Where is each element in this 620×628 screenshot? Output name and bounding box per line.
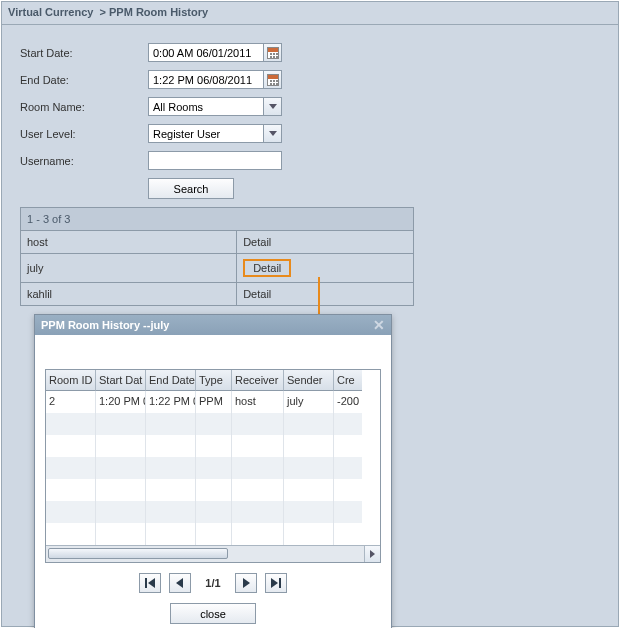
username-label: Username: [20, 155, 148, 167]
calendar-icon [267, 47, 279, 59]
detail-link[interactable]: Detail [243, 288, 271, 300]
user-level-dropdown-button[interactable] [263, 124, 282, 143]
window-frame: Virtual Currency > PPM Room History Star… [1, 1, 619, 627]
pager-label: 1/1 [199, 577, 226, 589]
scrollbar-thumb[interactable] [48, 548, 228, 559]
dialog-title: PPM Room History --july [41, 319, 169, 331]
next-page-icon [241, 578, 251, 588]
cell-receiver: host [232, 391, 284, 413]
cell-type: PPM [196, 391, 232, 413]
table-row: kahlil Detail [21, 283, 414, 306]
table-row: july Detail [21, 254, 414, 283]
content-area: Start Date: End Date: Room Name: [2, 25, 618, 306]
dialog-close-footer-button[interactable]: close [170, 603, 256, 624]
result-name: host [21, 231, 237, 254]
svg-marker-1 [148, 578, 155, 588]
end-date-picker-button[interactable] [263, 70, 282, 89]
user-level-label: User Level: [20, 128, 148, 140]
cell-start-date: 1:20 PM 0 [96, 391, 146, 413]
results-summary: 1 - 3 of 3 [21, 208, 414, 231]
username-input[interactable] [148, 151, 282, 170]
breadcrumb-root[interactable]: Virtual Currency [8, 6, 93, 18]
svg-marker-4 [271, 578, 278, 588]
cell-credits: -200 [334, 391, 362, 413]
col-credits[interactable]: Cre [334, 370, 362, 391]
history-grid: Room ID Start Dat End Date Type Receiver… [45, 369, 381, 563]
table-row: host Detail [21, 231, 414, 254]
pager-next-button[interactable] [235, 573, 257, 593]
svg-marker-3 [243, 578, 250, 588]
result-name: kahlil [21, 283, 237, 306]
pager: 1/1 [45, 573, 381, 593]
col-end-date[interactable]: End Date [146, 370, 196, 391]
room-name-select[interactable] [148, 97, 264, 116]
scrollbar-right-button[interactable] [364, 546, 380, 562]
col-start-date[interactable]: Start Dat [96, 370, 146, 391]
pager-first-button[interactable] [139, 573, 161, 593]
col-receiver[interactable]: Receiver [232, 370, 284, 391]
cell-sender: july [284, 391, 334, 413]
room-name-label: Room Name: [20, 101, 148, 113]
calendar-icon [267, 74, 279, 86]
close-icon: ✕ [373, 317, 385, 333]
room-name-dropdown-button[interactable] [263, 97, 282, 116]
cell-end-date: 1:22 PM 0 [146, 391, 196, 413]
start-date-picker-button[interactable] [263, 43, 282, 62]
start-date-input[interactable] [148, 43, 264, 62]
start-date-label: Start Date: [20, 47, 148, 59]
last-page-icon [271, 578, 281, 588]
detail-link[interactable]: Detail [253, 262, 281, 274]
svg-rect-5 [279, 578, 281, 588]
detail-link[interactable]: Detail [243, 236, 271, 248]
horizontal-scrollbar[interactable] [46, 545, 380, 562]
col-room-id[interactable]: Room ID [46, 370, 96, 391]
chevron-right-icon [370, 550, 375, 558]
cell-room-id: 2 [46, 391, 96, 413]
end-date-input[interactable] [148, 70, 264, 89]
svg-rect-0 [145, 578, 147, 588]
breadcrumb: Virtual Currency > PPM Room History [2, 2, 618, 25]
search-button[interactable]: Search [148, 178, 234, 199]
chevron-down-icon [269, 131, 277, 136]
pager-last-button[interactable] [265, 573, 287, 593]
breadcrumb-sep: > [100, 6, 106, 18]
table-row[interactable]: 2 1:20 PM 0 1:22 PM 0 PPM host july -200 [46, 391, 380, 413]
prev-page-icon [175, 578, 185, 588]
chevron-down-icon [269, 104, 277, 109]
first-page-icon [145, 578, 155, 588]
detail-dialog: PPM Room History --july ✕ Room ID Start … [34, 314, 392, 628]
breadcrumb-current: PPM Room History [109, 6, 208, 18]
pager-prev-button[interactable] [169, 573, 191, 593]
col-type[interactable]: Type [196, 370, 232, 391]
result-name: july [21, 254, 237, 283]
user-level-select[interactable] [148, 124, 264, 143]
results-table: 1 - 3 of 3 host Detail july Detail kahli… [20, 207, 414, 306]
dialog-close-button[interactable]: ✕ [373, 319, 385, 331]
svg-marker-2 [176, 578, 183, 588]
end-date-label: End Date: [20, 74, 148, 86]
col-sender[interactable]: Sender [284, 370, 334, 391]
